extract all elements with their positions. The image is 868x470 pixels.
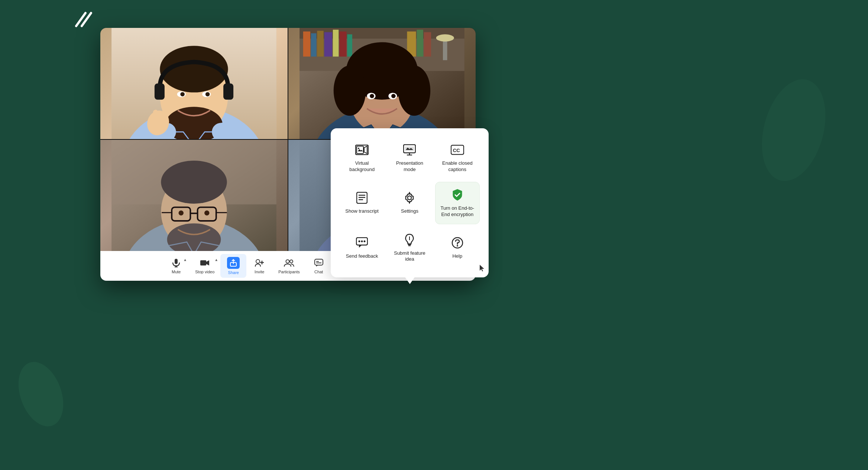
- video-cell-3: [100, 140, 288, 251]
- svg-point-58: [204, 210, 210, 216]
- submit-feature-label: Submit feature idea: [390, 250, 429, 263]
- participants-label: Participants: [278, 270, 299, 274]
- svg-rect-23: [303, 32, 310, 57]
- share-label: Share: [228, 270, 239, 275]
- svg-rect-28: [339, 32, 346, 57]
- svg-point-43: [370, 94, 374, 98]
- svg-rect-29: [347, 34, 352, 57]
- submit-feature-item[interactable]: Submit feature idea: [387, 227, 432, 269]
- video-chevron[interactable]: ▲: [214, 258, 218, 262]
- svg-point-15: [205, 92, 210, 97]
- svg-rect-17: [223, 84, 233, 100]
- more-menu-popup: Virtual background Presentation mode: [331, 128, 489, 277]
- send-feedback-icon: [355, 236, 369, 250]
- cursor-indicator: [479, 264, 486, 274]
- menu-grid: Virtual background Presentation mode: [340, 137, 480, 268]
- svg-rect-96: [405, 147, 414, 151]
- mute-label: Mute: [172, 270, 181, 274]
- invite-button[interactable]: Invite: [246, 255, 272, 277]
- e2e-encryption-icon: [451, 188, 464, 202]
- closed-captions-icon: CC: [451, 143, 464, 157]
- chat-label: Chat: [314, 270, 323, 274]
- e2e-encryption-item[interactable]: Turn on End-to-End encryption: [435, 182, 480, 224]
- svg-point-103: [408, 196, 411, 200]
- virtual-background-label: Virtual background: [343, 160, 381, 173]
- invite-label: Invite: [255, 270, 264, 274]
- svg-rect-26: [324, 32, 332, 57]
- slash-decoration: [67, 11, 97, 41]
- svg-rect-27: [333, 30, 339, 57]
- participants-icon: [284, 258, 294, 268]
- svg-point-40: [398, 65, 430, 116]
- svg-point-77: [256, 260, 260, 263]
- svg-point-3: [757, 74, 831, 186]
- show-transcript-icon: [355, 191, 369, 205]
- svg-rect-24: [311, 33, 316, 57]
- closed-captions-item[interactable]: CC Enable closed captions: [435, 137, 480, 179]
- stop-video-button-wrapper[interactable]: Stop video ▲: [189, 255, 220, 277]
- mute-button-wrapper[interactable]: Mute ▲: [163, 255, 189, 277]
- leaf-decoration-right: [757, 74, 831, 187]
- svg-line-0: [76, 13, 85, 26]
- svg-point-39: [334, 65, 366, 116]
- svg-point-105: [359, 241, 360, 242]
- chat-button[interactable]: Chat: [306, 255, 332, 277]
- svg-rect-32: [424, 32, 431, 57]
- participants-button[interactable]: Participants: [272, 255, 305, 277]
- svg-point-81: [290, 260, 293, 263]
- send-feedback-item[interactable]: Send feedback: [340, 227, 384, 269]
- virtual-background-item[interactable]: Virtual background: [340, 137, 384, 179]
- video-cell-2: [288, 28, 476, 139]
- settings-label: Settings: [401, 208, 418, 215]
- share-icon: [227, 257, 240, 269]
- video-cell-1: [100, 28, 288, 139]
- svg-point-112: [457, 245, 458, 247]
- send-feedback-label: Send feedback: [346, 253, 378, 260]
- lightbulb-icon: [403, 233, 416, 247]
- mic-icon: [171, 258, 181, 268]
- presentation-mode-label: Presentation mode: [390, 160, 429, 173]
- chat-icon: [314, 258, 324, 268]
- presentation-mode-icon: [403, 143, 416, 157]
- svg-rect-16: [155, 84, 165, 100]
- svg-point-107: [364, 241, 366, 242]
- svg-point-50: [161, 161, 227, 204]
- svg-point-14: [180, 92, 185, 97]
- share-button[interactable]: Share: [220, 254, 246, 278]
- help-label: Help: [452, 253, 462, 260]
- video-icon: [200, 258, 210, 268]
- mute-chevron[interactable]: ▲: [183, 258, 187, 262]
- svg-point-106: [361, 241, 363, 242]
- svg-point-34: [436, 34, 454, 41]
- settings-icon: [403, 191, 416, 205]
- svg-rect-25: [317, 31, 323, 57]
- svg-point-2: [19, 357, 63, 431]
- closed-captions-label: Enable closed captions: [438, 160, 477, 173]
- svg-line-1: [82, 13, 91, 26]
- svg-rect-33: [443, 39, 447, 60]
- stop-video-label: Stop video: [195, 270, 214, 274]
- svg-point-92: [358, 148, 359, 149]
- svg-rect-82: [315, 259, 323, 265]
- svg-rect-75: [200, 260, 206, 265]
- virtual-background-icon: [355, 143, 369, 157]
- svg-text:CC: CC: [453, 148, 460, 153]
- show-transcript-item[interactable]: Show transcript: [340, 182, 384, 224]
- settings-item[interactable]: Settings: [387, 182, 432, 224]
- show-transcript-label: Show transcript: [345, 208, 379, 215]
- svg-point-57: [179, 210, 184, 216]
- svg-point-80: [286, 260, 289, 263]
- svg-rect-72: [175, 259, 178, 264]
- help-icon: [451, 236, 464, 250]
- svg-point-44: [391, 94, 396, 98]
- presentation-mode-item[interactable]: Presentation mode: [387, 137, 432, 179]
- help-item[interactable]: Help: [435, 227, 480, 269]
- leaf-decoration-left: [19, 357, 63, 433]
- e2e-encryption-label: Turn on End-to-End encryption: [438, 205, 476, 218]
- svg-rect-31: [417, 30, 423, 57]
- invite-icon: [254, 258, 265, 268]
